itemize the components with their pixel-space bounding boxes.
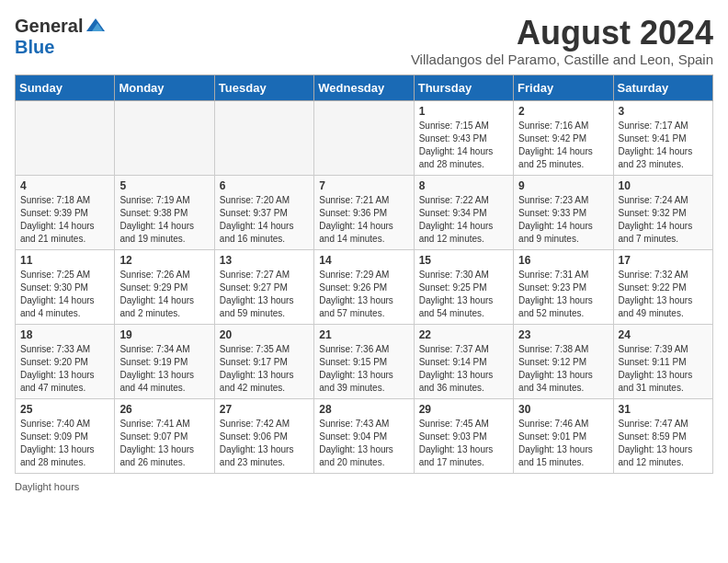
day-number: 12 (119, 254, 209, 267)
day-info: Sunrise: 7:29 AMSunset: 9:26 PMDaylight:… (319, 269, 408, 320)
day-number: 23 (518, 328, 608, 341)
day-info: Sunrise: 7:46 AMSunset: 9:01 PMDaylight:… (518, 418, 608, 469)
day-info: Sunrise: 7:40 AMSunset: 9:09 PMDaylight:… (20, 418, 109, 469)
table-row: 29Sunrise: 7:45 AMSunset: 9:03 PMDayligh… (414, 398, 513, 473)
day-info: Sunrise: 7:30 AMSunset: 9:25 PMDaylight:… (419, 269, 508, 320)
calendar-header-sunday: Sunday (16, 75, 115, 100)
day-info: Sunrise: 7:25 AMSunset: 9:30 PMDaylight:… (20, 269, 109, 320)
day-number: 9 (518, 179, 608, 192)
table-row: 9Sunrise: 7:23 AMSunset: 9:33 PMDaylight… (514, 175, 613, 249)
table-row: 23Sunrise: 7:38 AMSunset: 9:12 PMDayligh… (514, 324, 613, 398)
day-number: 15 (419, 254, 508, 267)
table-row: 2Sunrise: 7:16 AMSunset: 9:42 PMDaylight… (514, 100, 613, 175)
calendar-week-4: 18Sunrise: 7:33 AMSunset: 9:20 PMDayligh… (16, 324, 713, 398)
day-number: 17 (619, 254, 708, 267)
day-info: Sunrise: 7:17 AMSunset: 9:41 PMDaylight:… (619, 120, 708, 171)
day-info: Sunrise: 7:35 AMSunset: 9:17 PMDaylight:… (220, 343, 309, 395)
day-info: Sunrise: 7:33 AMSunset: 9:20 PMDaylight:… (20, 343, 109, 395)
day-number: 3 (619, 105, 708, 118)
calendar-header-thursday: Thursday (414, 75, 513, 100)
day-number: 25 (20, 403, 109, 416)
table-row: 21Sunrise: 7:36 AMSunset: 9:15 PMDayligh… (314, 324, 414, 398)
table-row: 13Sunrise: 7:27 AMSunset: 9:27 PMDayligh… (214, 249, 313, 324)
day-number: 1 (419, 105, 508, 118)
calendar-week-2: 4Sunrise: 7:18 AMSunset: 9:39 PMDaylight… (16, 175, 713, 249)
day-info: Sunrise: 7:31 AMSunset: 9:23 PMDaylight:… (518, 269, 608, 320)
table-row: 7Sunrise: 7:21 AMSunset: 9:36 PMDaylight… (314, 175, 414, 249)
day-number: 30 (518, 403, 608, 416)
table-row: 26Sunrise: 7:41 AMSunset: 9:07 PMDayligh… (115, 398, 214, 473)
day-number: 6 (220, 179, 309, 192)
logo: General Blue (15, 15, 107, 58)
day-number: 21 (319, 328, 408, 341)
table-row: 3Sunrise: 7:17 AMSunset: 9:41 PMDaylight… (613, 100, 712, 175)
calendar: SundayMondayTuesdayWednesdayThursdayFrid… (15, 75, 713, 474)
day-info: Sunrise: 7:24 AMSunset: 9:32 PMDaylight:… (619, 194, 708, 246)
table-row: 18Sunrise: 7:33 AMSunset: 9:20 PMDayligh… (16, 324, 115, 398)
day-info: Sunrise: 7:34 AMSunset: 9:19 PMDaylight:… (119, 343, 209, 395)
day-number: 16 (518, 254, 608, 267)
day-info: Sunrise: 7:38 AMSunset: 9:12 PMDaylight:… (518, 343, 608, 395)
title-area: August 2024 Villadangos del Paramo, Cast… (411, 15, 713, 67)
day-number: 13 (220, 254, 309, 267)
table-row (16, 100, 115, 175)
day-info: Sunrise: 7:39 AMSunset: 9:11 PMDaylight:… (619, 343, 708, 395)
table-row: 19Sunrise: 7:34 AMSunset: 9:19 PMDayligh… (115, 324, 214, 398)
table-row: 10Sunrise: 7:24 AMSunset: 9:32 PMDayligh… (613, 175, 712, 249)
table-row: 20Sunrise: 7:35 AMSunset: 9:17 PMDayligh… (214, 324, 313, 398)
footer-note: Daylight hours (15, 481, 713, 492)
day-info: Sunrise: 7:45 AMSunset: 9:03 PMDaylight:… (419, 418, 508, 469)
day-number: 24 (619, 328, 708, 341)
day-number: 10 (619, 179, 708, 192)
day-number: 27 (220, 403, 309, 416)
day-info: Sunrise: 7:15 AMSunset: 9:43 PMDaylight:… (419, 120, 508, 171)
table-row: 31Sunrise: 7:47 AMSunset: 8:59 PMDayligh… (613, 398, 712, 473)
day-info: Sunrise: 7:19 AMSunset: 9:38 PMDaylight:… (119, 194, 209, 246)
day-number: 22 (419, 328, 508, 341)
table-row: 22Sunrise: 7:37 AMSunset: 9:14 PMDayligh… (414, 324, 513, 398)
day-info: Sunrise: 7:16 AMSunset: 9:42 PMDaylight:… (518, 120, 608, 171)
calendar-week-3: 11Sunrise: 7:25 AMSunset: 9:30 PMDayligh… (16, 249, 713, 324)
table-row: 15Sunrise: 7:30 AMSunset: 9:25 PMDayligh… (414, 249, 513, 324)
calendar-week-5: 25Sunrise: 7:40 AMSunset: 9:09 PMDayligh… (16, 398, 713, 473)
month-title: August 2024 (411, 15, 713, 52)
table-row: 11Sunrise: 7:25 AMSunset: 9:30 PMDayligh… (16, 249, 115, 324)
logo-icon (85, 15, 107, 37)
table-row: 14Sunrise: 7:29 AMSunset: 9:26 PMDayligh… (314, 249, 414, 324)
day-number: 18 (20, 328, 109, 341)
table-row: 5Sunrise: 7:19 AMSunset: 9:38 PMDaylight… (115, 175, 214, 249)
day-number: 2 (518, 105, 608, 118)
day-info: Sunrise: 7:47 AMSunset: 8:59 PMDaylight:… (619, 418, 708, 469)
table-row: 27Sunrise: 7:42 AMSunset: 9:06 PMDayligh… (214, 398, 313, 473)
logo-blue-text: Blue (15, 37, 54, 58)
day-number: 11 (20, 254, 109, 267)
table-row: 4Sunrise: 7:18 AMSunset: 9:39 PMDaylight… (16, 175, 115, 249)
calendar-week-1: 1Sunrise: 7:15 AMSunset: 9:43 PMDaylight… (16, 100, 713, 175)
header: General Blue August 2024 Villadangos del… (15, 15, 713, 67)
day-number: 31 (619, 403, 708, 416)
calendar-header-monday: Monday (115, 75, 214, 100)
table-row: 30Sunrise: 7:46 AMSunset: 9:01 PMDayligh… (514, 398, 613, 473)
table-row: 25Sunrise: 7:40 AMSunset: 9:09 PMDayligh… (16, 398, 115, 473)
location-title: Villadangos del Paramo, Castille and Leo… (411, 52, 713, 67)
day-number: 4 (20, 179, 109, 192)
day-info: Sunrise: 7:42 AMSunset: 9:06 PMDaylight:… (220, 418, 309, 469)
day-info: Sunrise: 7:22 AMSunset: 9:34 PMDaylight:… (419, 194, 508, 246)
day-info: Sunrise: 7:41 AMSunset: 9:07 PMDaylight:… (119, 418, 209, 469)
day-info: Sunrise: 7:36 AMSunset: 9:15 PMDaylight:… (319, 343, 408, 395)
day-info: Sunrise: 7:26 AMSunset: 9:29 PMDaylight:… (119, 269, 209, 320)
calendar-header-wednesday: Wednesday (314, 75, 414, 100)
table-row (214, 100, 313, 175)
day-info: Sunrise: 7:37 AMSunset: 9:14 PMDaylight:… (419, 343, 508, 395)
calendar-header-row: SundayMondayTuesdayWednesdayThursdayFrid… (16, 75, 713, 100)
day-number: 29 (419, 403, 508, 416)
table-row: 6Sunrise: 7:20 AMSunset: 9:37 PMDaylight… (214, 175, 313, 249)
day-info: Sunrise: 7:43 AMSunset: 9:04 PMDaylight:… (319, 418, 408, 469)
table-row: 1Sunrise: 7:15 AMSunset: 9:43 PMDaylight… (414, 100, 513, 175)
day-info: Sunrise: 7:32 AMSunset: 9:22 PMDaylight:… (619, 269, 708, 320)
logo-general-text: General (15, 16, 83, 37)
table-row: 24Sunrise: 7:39 AMSunset: 9:11 PMDayligh… (613, 324, 712, 398)
table-row: 17Sunrise: 7:32 AMSunset: 9:22 PMDayligh… (613, 249, 712, 324)
table-row: 8Sunrise: 7:22 AMSunset: 9:34 PMDaylight… (414, 175, 513, 249)
day-info: Sunrise: 7:18 AMSunset: 9:39 PMDaylight:… (20, 194, 109, 246)
